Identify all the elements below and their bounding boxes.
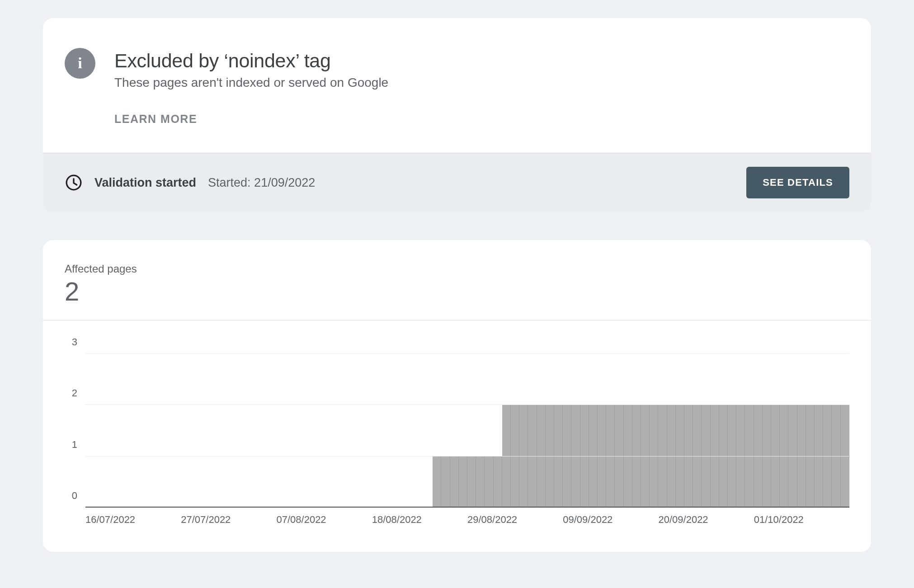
y-tick-label: 1 xyxy=(72,439,77,451)
y-tick-label: 2 xyxy=(72,387,77,399)
gridline xyxy=(85,353,849,354)
learn-more-link[interactable]: LEARN MORE xyxy=(114,113,197,126)
chart-bar xyxy=(476,456,485,508)
chart-bars xyxy=(85,336,849,508)
chart-bar xyxy=(736,405,745,508)
chart-bar xyxy=(763,405,771,508)
chart-bar xyxy=(693,405,702,508)
divider xyxy=(43,320,871,320)
chart-bar xyxy=(563,405,571,508)
x-tick-label: 07/08/2022 xyxy=(277,514,372,526)
chart-bar xyxy=(684,405,693,508)
chart-bar xyxy=(728,405,736,508)
chart-bar xyxy=(589,405,598,508)
bar-chart: 0123 xyxy=(65,336,849,508)
validation-status-bar: Validation started Started: 21/09/2022 S… xyxy=(43,153,871,212)
chart-bar xyxy=(841,405,849,508)
chart-bar xyxy=(641,405,650,508)
x-tick-label: 27/07/2022 xyxy=(181,514,276,526)
gridline xyxy=(85,456,849,456)
chart-bar xyxy=(745,405,754,508)
x-tick-label: 09/09/2022 xyxy=(563,514,658,526)
x-tick-label: 20/09/2022 xyxy=(659,514,754,526)
chart-bar xyxy=(719,405,728,508)
chart-bar xyxy=(546,405,554,508)
x-tick-label: 18/08/2022 xyxy=(372,514,467,526)
chart-bar xyxy=(580,405,589,508)
chart-bar xyxy=(571,405,580,508)
chart-baseline xyxy=(85,507,849,508)
affected-pages-label: Affected pages xyxy=(65,263,849,275)
chart-bar xyxy=(441,456,450,508)
chart-bar xyxy=(788,405,797,508)
chart-bar xyxy=(485,456,493,508)
y-tick-label: 0 xyxy=(72,490,77,502)
chart-bar xyxy=(519,405,528,508)
chart-bar xyxy=(658,405,667,508)
see-details-button[interactable]: SEE DETAILS xyxy=(746,167,849,198)
chart-bar xyxy=(494,456,502,508)
gridline xyxy=(85,405,849,405)
validation-status-label: Validation started xyxy=(94,176,196,190)
chart-bar xyxy=(537,405,546,508)
chart-bar xyxy=(606,405,615,508)
chart-bar xyxy=(502,405,511,508)
chart-plot-area xyxy=(85,336,849,508)
x-axis: 16/07/202227/07/202207/08/202218/08/2022… xyxy=(85,514,849,526)
x-tick-label: 16/07/2022 xyxy=(85,514,181,526)
chart-bar xyxy=(771,405,780,508)
summary-card: i Excluded by ‘noindex’ tag These pages … xyxy=(43,18,871,212)
chart-bar xyxy=(711,405,719,508)
info-icon: i xyxy=(65,48,95,79)
chart-bar xyxy=(806,405,815,508)
affected-pages-count: 2 xyxy=(65,276,849,306)
chart-bar xyxy=(450,456,459,508)
chart-bar xyxy=(433,456,441,508)
chart-bar xyxy=(676,405,684,508)
chart-bar xyxy=(598,405,606,508)
chart-bar xyxy=(667,405,676,508)
chart-bar xyxy=(554,405,563,508)
summary-texts: Excluded by ‘noindex’ tag These pages ar… xyxy=(114,50,849,126)
summary-header: i Excluded by ‘noindex’ tag These pages … xyxy=(43,18,871,153)
chart-bar xyxy=(632,405,641,508)
chart-bar xyxy=(815,405,823,508)
chart-bar xyxy=(615,405,623,508)
chart-bar xyxy=(754,405,763,508)
clock-icon xyxy=(65,174,83,192)
affected-pages-card: Affected pages 2 0123 16/07/202227/07/20… xyxy=(43,240,871,552)
y-axis: 0123 xyxy=(65,336,77,508)
chart-bar xyxy=(467,456,476,508)
chart-bar xyxy=(702,405,710,508)
x-tick-label: 29/08/2022 xyxy=(467,514,563,526)
summary-subtitle: These pages aren't indexed or served on … xyxy=(114,75,849,90)
chart-bar xyxy=(511,405,519,508)
chart-bar xyxy=(823,405,832,508)
chart-bar xyxy=(832,405,840,508)
chart-bar xyxy=(459,456,467,508)
summary-title: Excluded by ‘noindex’ tag xyxy=(114,50,849,72)
chart-bar xyxy=(528,405,537,508)
validation-status-date: Started: 21/09/2022 xyxy=(208,176,315,190)
chart-bar xyxy=(780,405,788,508)
chart-bar xyxy=(624,405,632,508)
y-tick-label: 3 xyxy=(72,336,77,348)
chart-bar xyxy=(650,405,658,508)
chart-bar xyxy=(797,405,806,508)
x-tick-label: 01/10/2022 xyxy=(754,514,849,526)
